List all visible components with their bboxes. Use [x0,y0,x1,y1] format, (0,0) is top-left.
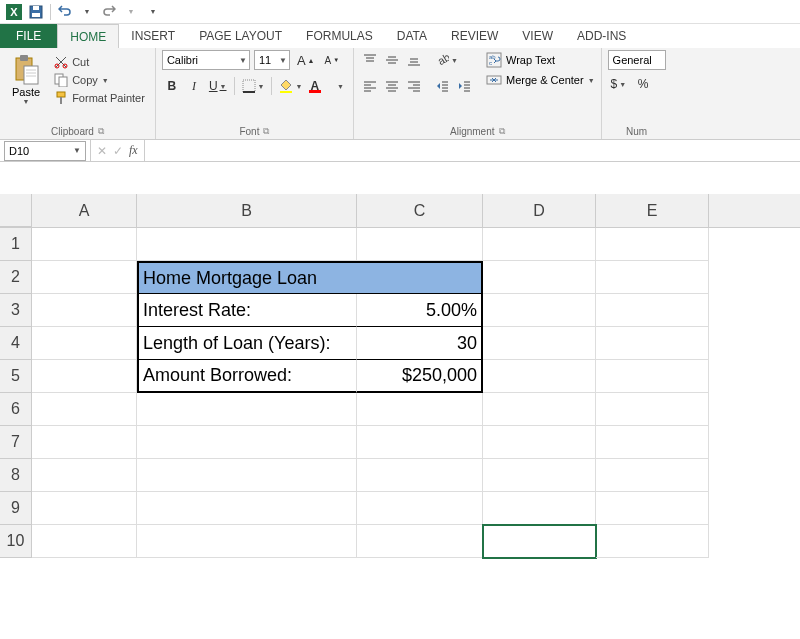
cell-D10[interactable] [483,525,596,558]
align-bottom-button[interactable] [404,50,424,70]
row-header-10[interactable]: 10 [0,525,32,558]
cell-A1[interactable] [32,228,137,261]
insert-function-button[interactable]: fx [129,143,138,158]
row-header-7[interactable]: 7 [0,426,32,459]
cell-C3[interactable]: 5.00% [357,294,483,327]
cell-D7[interactable] [483,426,596,459]
redo-dropdown[interactable]: ▼ [121,2,141,22]
col-header-D[interactable]: D [483,194,596,227]
redo-icon[interactable] [99,2,119,22]
cell-E6[interactable] [596,393,709,426]
tab-view[interactable]: VIEW [510,24,565,48]
cell-B1[interactable] [137,228,357,261]
cell-A9[interactable] [32,492,137,525]
undo-icon[interactable] [55,2,75,22]
tab-home[interactable]: HOME [57,24,119,48]
row-header-3[interactable]: 3 [0,294,32,327]
tab-page-layout[interactable]: PAGE LAYOUT [187,24,294,48]
cell-C1[interactable] [357,228,483,261]
col-header-B[interactable]: B [137,194,357,227]
col-header-A[interactable]: A [32,194,137,227]
cell-D5[interactable] [483,360,596,393]
cell-D3[interactable] [483,294,596,327]
tab-file[interactable]: FILE [0,24,57,48]
cell-C7[interactable] [357,426,483,459]
undo-dropdown[interactable]: ▼ [77,2,97,22]
cell-A6[interactable] [32,393,137,426]
cell-A3[interactable] [32,294,137,327]
cell-A5[interactable] [32,360,137,393]
border-button[interactable]: ▼ [239,76,268,96]
cell-B2-C2-merged[interactable]: Home Mortgage Loan [137,261,483,294]
font-color-button[interactable]: A ▼ [307,76,347,96]
cell-E4[interactable] [596,327,709,360]
col-header-E[interactable]: E [596,194,709,227]
qat-customize[interactable]: ▼ [143,2,163,22]
cancel-formula-button[interactable]: ✕ [97,144,107,158]
cell-C10[interactable] [357,525,483,558]
fill-color-button[interactable]: ▼ [276,76,305,96]
cell-A4[interactable] [32,327,137,360]
increase-indent-button[interactable] [454,76,474,96]
font-size-combo[interactable]: 11 ▼ [254,50,290,70]
cell-E7[interactable] [596,426,709,459]
row-header-9[interactable]: 9 [0,492,32,525]
row-header-1[interactable]: 1 [0,228,32,261]
currency-button[interactable]: $▼ [608,74,630,94]
cell-E8[interactable] [596,459,709,492]
cell-C9[interactable] [357,492,483,525]
align-top-button[interactable] [360,50,380,70]
format-painter-button[interactable]: Format Painter [50,90,149,106]
cell-D6[interactable] [483,393,596,426]
number-format-combo[interactable]: General [608,50,666,70]
cell-E9[interactable] [596,492,709,525]
tab-data[interactable]: DATA [385,24,439,48]
tab-formulas[interactable]: FORMULAS [294,24,385,48]
cell-D8[interactable] [483,459,596,492]
enter-formula-button[interactable]: ✓ [113,144,123,158]
cell-B8[interactable] [137,459,357,492]
cell-C6[interactable] [357,393,483,426]
select-all-corner[interactable] [0,194,32,227]
cell-E3[interactable] [596,294,709,327]
col-header-C[interactable]: C [357,194,483,227]
increase-font-button[interactable]: A▲ [294,50,318,70]
italic-button[interactable]: I [184,76,204,96]
cell-B9[interactable] [137,492,357,525]
cell-E10[interactable] [596,525,709,558]
cell-C5[interactable]: $250,000 [357,360,483,393]
cell-A2[interactable] [32,261,137,294]
row-header-5[interactable]: 5 [0,360,32,393]
cell-A7[interactable] [32,426,137,459]
tab-insert[interactable]: INSERT [119,24,187,48]
tab-addins[interactable]: ADD-INS [565,24,638,48]
tab-review[interactable]: REVIEW [439,24,510,48]
cell-C4[interactable]: 30 [357,327,483,360]
cell-A10[interactable] [32,525,137,558]
save-icon[interactable] [26,2,46,22]
cell-E2[interactable] [596,261,709,294]
cell-D9[interactable] [483,492,596,525]
cell-B3[interactable]: Interest Rate: [137,294,357,327]
cell-B4[interactable]: Length of Loan (Years): [137,327,357,360]
underline-button[interactable]: U▼ [206,76,230,96]
align-middle-button[interactable] [382,50,402,70]
cell-B10[interactable] [137,525,357,558]
row-header-6[interactable]: 6 [0,393,32,426]
row-header-8[interactable]: 8 [0,459,32,492]
cell-D4[interactable] [483,327,596,360]
cut-button[interactable]: Cut [50,54,149,70]
align-center-button[interactable] [382,76,402,96]
row-header-4[interactable]: 4 [0,327,32,360]
cell-E5[interactable] [596,360,709,393]
bold-button[interactable]: B [162,76,182,96]
align-left-button[interactable] [360,76,380,96]
cell-D2[interactable] [483,261,596,294]
wrap-text-button[interactable]: abc Wrap Text [486,52,595,68]
cell-E1[interactable] [596,228,709,261]
formula-input[interactable] [145,141,800,161]
paste-button[interactable]: Paste ▼ [6,50,46,109]
orientation-button[interactable]: ab▼ [432,50,461,70]
decrease-font-button[interactable]: A▼ [322,50,343,70]
alignment-dialog-launcher[interactable]: ⧉ [499,126,505,137]
